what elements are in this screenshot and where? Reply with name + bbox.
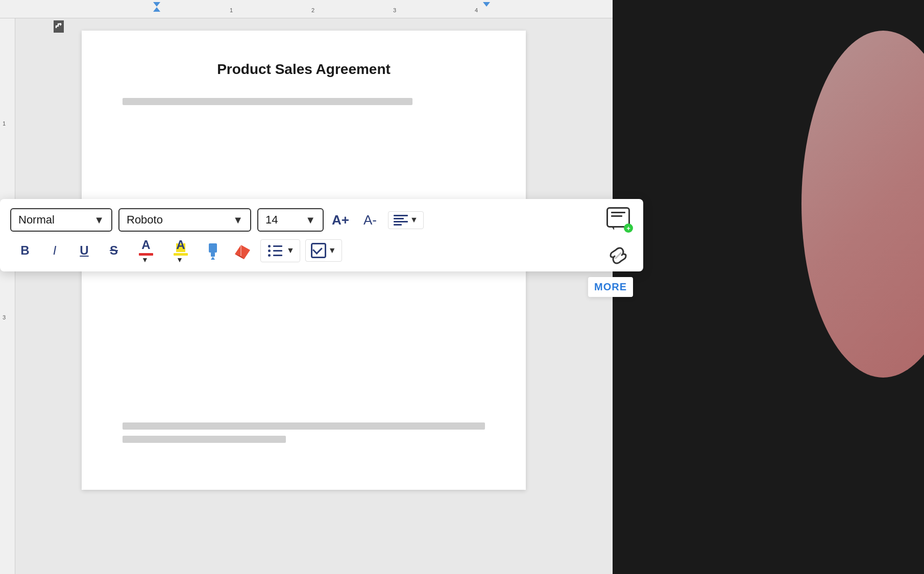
right-toolbar-icons: +	[606, 207, 633, 267]
text-placeholder-1	[123, 98, 412, 105]
font-color-button[interactable]: A ▼	[131, 238, 161, 263]
italic-icon: I	[53, 243, 57, 258]
font-dropdown[interactable]: Roboto ▼	[118, 208, 251, 232]
add-comment-button[interactable]: +	[606, 207, 633, 234]
eraser-button[interactable]	[230, 238, 255, 263]
ruler-top: 1 2 3 4	[0, 0, 613, 18]
more-button[interactable]: MORE	[588, 277, 633, 297]
increase-font-button[interactable]: A+	[328, 207, 353, 233]
formatting-toolbar: Normal ▼ Roboto ▼ 14 ▼ A+ A-	[0, 199, 643, 271]
list-dropdown[interactable]: ▼	[260, 239, 300, 262]
insert-link-button[interactable]	[606, 244, 630, 267]
underline-button[interactable]: U	[71, 238, 97, 263]
style-dropdown[interactable]: Normal ▼	[10, 208, 112, 232]
highlight-indicator: A	[174, 238, 188, 256]
style-dropdown-label: Normal	[18, 213, 55, 227]
ruler-left: 1 3	[0, 18, 15, 574]
list-icon	[266, 243, 284, 259]
ruler-v-mark-1: 1	[3, 120, 6, 127]
strikethrough-button[interactable]: S	[101, 238, 127, 263]
text-placeholder-2	[123, 422, 485, 430]
underline-icon: U	[80, 243, 88, 258]
comment-add-icon: +	[624, 223, 633, 233]
decrease-font-icon: A-	[363, 212, 377, 228]
bold-icon: B	[20, 243, 29, 258]
checkbox-dropdown[interactable]: ▼	[305, 239, 342, 262]
pink-decoration	[801, 31, 924, 378]
font-chevron-icon: ▼	[233, 214, 243, 226]
font-size-dropdown[interactable]: 14 ▼	[257, 208, 324, 232]
align-chevron-icon: ▼	[410, 215, 418, 224]
highlight-text: A	[176, 238, 185, 252]
list-chevron-icon: ▼	[286, 246, 295, 255]
highlight-chevron-icon: ▼	[176, 256, 183, 264]
style-chevron-icon: ▼	[94, 214, 104, 226]
step-indicator	[54, 20, 64, 33]
size-chevron-icon: ▼	[305, 214, 315, 226]
checkbox-chevron-icon: ▼	[328, 246, 336, 255]
toolbar-row-1: Normal ▼ Roboto ▼ 14 ▼ A+ A-	[10, 207, 633, 233]
align-icon	[394, 215, 408, 226]
increase-font-icon: A+	[332, 212, 349, 228]
highlight-button[interactable]: A ▼	[165, 238, 196, 263]
ruler-v-mark-3: 3	[3, 314, 6, 320]
ruler-mark-3: 3	[393, 7, 396, 13]
ruler-mark-2: 2	[311, 7, 314, 13]
svg-marker-2	[211, 257, 215, 260]
ruler-mark-1: 1	[230, 7, 233, 13]
svg-rect-1	[211, 253, 215, 257]
ruler-mark-4: 4	[475, 7, 478, 13]
font-color-chevron-icon: ▼	[141, 256, 149, 264]
font-color-text: A	[141, 238, 150, 252]
svg-marker-3	[235, 245, 250, 259]
font-dropdown-label: Roboto	[127, 213, 163, 227]
svg-rect-0	[209, 243, 217, 253]
eraser-icon	[233, 242, 252, 259]
document-title: Product Sales Agreement	[123, 61, 485, 78]
font-size-label: 14	[265, 213, 278, 227]
bold-button[interactable]: B	[12, 238, 38, 263]
link-icon	[609, 246, 628, 265]
text-placeholder-3	[123, 436, 286, 443]
paint-brush-icon	[204, 241, 222, 260]
paint-format-button[interactable]	[200, 238, 226, 263]
toolbar-row-2: B I U S A ▼ A ▼	[10, 238, 633, 263]
decrease-font-button[interactable]: A-	[357, 207, 383, 233]
align-dropdown[interactable]: ▼	[388, 211, 424, 229]
italic-button[interactable]: I	[42, 238, 67, 263]
font-color-indicator: A	[139, 238, 153, 256]
svg-line-6	[616, 253, 621, 258]
strikethrough-icon: S	[110, 243, 118, 258]
checkbox-icon	[311, 243, 326, 258]
